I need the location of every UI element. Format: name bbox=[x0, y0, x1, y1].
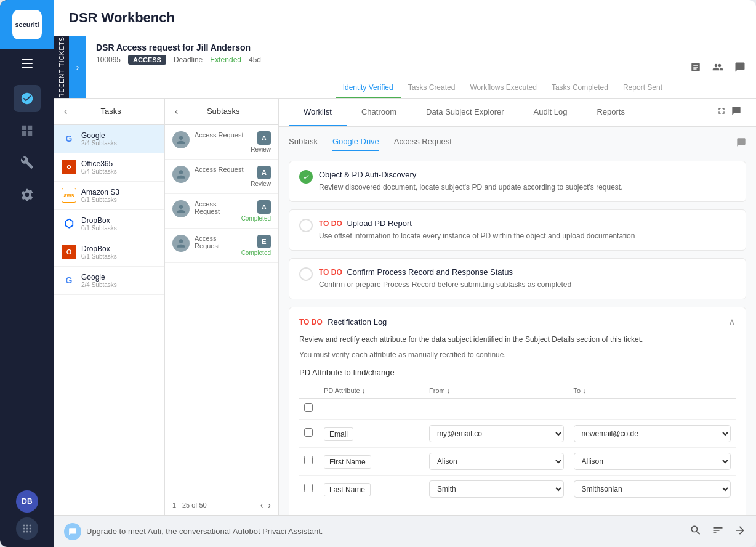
to-select-email[interactable]: newemail@co.de bbox=[574, 425, 731, 442]
tasks-back-arrow[interactable]: ‹ bbox=[64, 106, 67, 117]
sidebar-item-tools[interactable] bbox=[14, 149, 41, 176]
svg-point-8 bbox=[30, 528, 31, 530]
tasks-panel-header: ‹ Tasks bbox=[54, 99, 164, 125]
task-logo-aws: aws bbox=[62, 188, 76, 203]
ticket-tab-workflows[interactable]: Workflows Executed bbox=[462, 78, 544, 98]
subtask-nav-google-drive[interactable]: Google Drive bbox=[332, 137, 379, 151]
ticket-title: DSR Access request for Jill Anderson bbox=[96, 43, 316, 52]
filter-icon[interactable] bbox=[712, 524, 724, 539]
row-checkbox[interactable] bbox=[304, 403, 313, 412]
ticket-tab-identity[interactable]: Identity Verified bbox=[336, 78, 401, 98]
to-select-lastname[interactable]: Smithsonian bbox=[574, 480, 731, 498]
page-title: DSR Workbench bbox=[69, 10, 741, 26]
fullscreen-button[interactable] bbox=[717, 106, 726, 118]
detail-header: Subtask Google Drive Access Request bbox=[289, 137, 746, 151]
search-icon[interactable] bbox=[690, 524, 702, 539]
hamburger-button[interactable] bbox=[12, 49, 42, 80]
ticket-tab-tasks[interactable]: Tasks Created bbox=[401, 78, 463, 98]
task-subtasks: 0/1 Subtasks bbox=[81, 197, 157, 203]
from-select-email[interactable]: my@email.co bbox=[429, 425, 563, 442]
ticket-info: DSR Access request for Jill Anderson 100… bbox=[86, 36, 326, 98]
deadline-label: Deadline bbox=[174, 55, 203, 64]
subtask-item[interactable]: Access Request A Review bbox=[165, 125, 278, 160]
users-icon[interactable] bbox=[709, 59, 726, 76]
ticket-tab-report[interactable]: Report Sent bbox=[616, 78, 670, 98]
subtask-badge: E Completed bbox=[241, 235, 271, 256]
task-item[interactable]: O Office365 0/4 Subtasks bbox=[54, 153, 164, 182]
task-name: DropBox bbox=[81, 245, 157, 253]
task-item[interactable]: O DropBox 0/1 Subtasks bbox=[54, 238, 164, 267]
subtask-avatar bbox=[172, 235, 190, 252]
comment-button[interactable] bbox=[731, 106, 741, 118]
todo-label: TO DO bbox=[319, 219, 342, 228]
task-checkbox-done[interactable] bbox=[299, 170, 313, 184]
download-icon[interactable] bbox=[687, 59, 704, 76]
to-select-firstname[interactable]: Allison bbox=[574, 453, 731, 470]
prev-page-button[interactable]: ‹ bbox=[260, 500, 263, 510]
tab-worklist[interactable]: Worklist bbox=[289, 99, 347, 126]
task-checkbox-upload[interactable] bbox=[299, 219, 313, 232]
task-info: Office365 0/4 Subtasks bbox=[81, 160, 157, 175]
subtask-info: Access Request bbox=[195, 235, 236, 249]
tab-explorer[interactable]: Data Subject Explorer bbox=[411, 99, 518, 126]
row-from-cell: Smith bbox=[424, 475, 568, 503]
svg-rect-0 bbox=[22, 59, 33, 60]
next-page-button[interactable]: › bbox=[268, 500, 271, 510]
detail-comment-button[interactable] bbox=[736, 137, 746, 150]
user-avatar[interactable]: DB bbox=[16, 490, 38, 513]
task-desc: Use offset information to locate every i… bbox=[319, 230, 635, 241]
task-item[interactable]: G Google 2/4 Subtasks bbox=[54, 125, 164, 153]
row-from-cell: Alison bbox=[424, 447, 568, 475]
ticket-meta: 100095 ACCESS Deadline Extended 45d bbox=[96, 55, 316, 65]
subtask-item[interactable]: Access Request E Completed bbox=[165, 229, 278, 263]
ticket-expand-button[interactable]: › bbox=[69, 36, 86, 98]
ticket-actions bbox=[680, 36, 756, 98]
task-item[interactable]: ⬡ DropBox 0/1 Subtasks bbox=[54, 210, 164, 238]
apps-button[interactable] bbox=[16, 517, 38, 540]
task-checkbox-confirm[interactable] bbox=[299, 267, 313, 281]
tasks-panel: ‹ Tasks G Google 2/4 Subtasks bbox=[54, 99, 165, 515]
row-checkbox[interactable] bbox=[304, 456, 313, 464]
subtask-item[interactable]: Access Request A Completed bbox=[165, 194, 278, 229]
row-checkbox[interactable] bbox=[304, 484, 313, 492]
task-entry-header: TO DO Upload PD Report Use offset inform… bbox=[299, 219, 736, 241]
from-select-firstname[interactable]: Alison bbox=[429, 453, 563, 470]
from-select-lastname[interactable]: Smith bbox=[429, 480, 563, 498]
subtask-item[interactable]: Access Request A Review bbox=[165, 160, 278, 194]
subtask-nav-subtask[interactable]: Subtask bbox=[289, 137, 318, 151]
sidebar-item-settings[interactable] bbox=[14, 181, 41, 208]
ticket-tab-completed[interactable]: Tasks Completed bbox=[544, 78, 616, 98]
todo-label: TO DO bbox=[319, 268, 342, 277]
ticket-bar: RECENT TICKETS › DSR Access request for … bbox=[54, 36, 756, 99]
tab-audit[interactable]: Audit Log bbox=[519, 99, 582, 126]
row-to-cell: Allison bbox=[569, 447, 736, 475]
row-checkbox[interactable] bbox=[304, 428, 313, 437]
badge-letter: A bbox=[257, 166, 271, 179]
row-to-cell: newemail@co.de bbox=[569, 419, 736, 447]
sidebar-item-home[interactable] bbox=[14, 85, 41, 112]
subtask-nav-access-request[interactable]: Access Request bbox=[394, 137, 452, 151]
task-title-text: Confirm Process Record and Response Stat… bbox=[347, 267, 513, 277]
task-entry-header: Object & PD Auti-Discovery Review discov… bbox=[299, 170, 736, 193]
note-icon[interactable] bbox=[731, 59, 749, 76]
subtask-left: Access Request bbox=[172, 235, 236, 252]
subtask-left: Access Request bbox=[172, 131, 243, 148]
tab-chatroom[interactable]: Chatroom bbox=[347, 99, 411, 126]
attr-tag-email: Email bbox=[324, 427, 353, 441]
sidebar-item-dashboard[interactable] bbox=[14, 117, 41, 144]
recent-tickets-tab[interactable]: RECENT TICKETS bbox=[54, 36, 69, 98]
arrow-right-icon[interactable] bbox=[734, 524, 746, 539]
pd-section-title: PD Attribute to find/change bbox=[299, 368, 736, 377]
attr-tag-lastname: Last Name bbox=[324, 483, 371, 496]
chat-bubble-icon bbox=[64, 523, 81, 540]
task-logo-google: G bbox=[62, 131, 76, 146]
badge-letter: A bbox=[257, 131, 271, 145]
rect-collapse-button[interactable]: ∧ bbox=[728, 316, 736, 328]
row-checkbox-cell bbox=[299, 447, 319, 475]
row-from-cell bbox=[424, 398, 568, 419]
tab-reports[interactable]: Reports bbox=[582, 99, 640, 126]
subtasks-back-arrow[interactable]: ‹ bbox=[175, 106, 178, 117]
task-item[interactable]: G Google 2/4 Subtasks bbox=[54, 267, 164, 295]
task-item[interactable]: aws Amazon S3 0/1 Subtasks bbox=[54, 182, 164, 210]
rect-header: TO DO Rectification Log ∧ bbox=[299, 316, 736, 328]
